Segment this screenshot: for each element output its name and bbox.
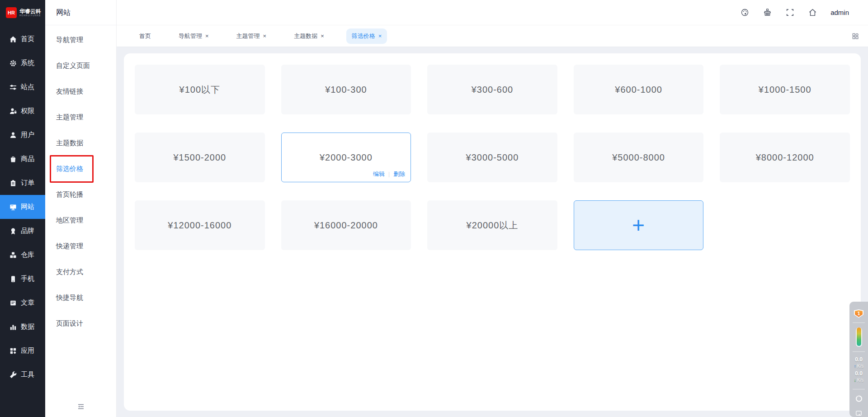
theme[interactable]	[741, 8, 749, 17]
secondary-sidebar-title: 网站	[45, 0, 116, 25]
primary-nav-item[interactable]: 用户	[0, 123, 45, 147]
secondary-nav-item[interactable]: 页面设计	[45, 311, 116, 336]
user-menu[interactable]: admin	[830, 9, 849, 16]
thermometer-gauge	[856, 327, 862, 347]
price-card-label: ¥100-300	[325, 85, 367, 95]
price-card[interactable]: ¥1000-1500 编辑 | 删除	[720, 65, 850, 114]
price-card-label: ¥8000-12000	[756, 152, 814, 163]
primary-nav-item[interactable]: 订单	[0, 171, 45, 195]
tab[interactable]: 筛选价格 ×	[346, 28, 387, 44]
tab-close-icon[interactable]: ×	[321, 33, 324, 39]
primary-nav-item[interactable]: 数据	[0, 315, 45, 339]
price-card[interactable]: ¥2000-3000 编辑 | 删除	[281, 133, 411, 182]
tabbar: 首页 × 导航管理 × 主题管理 × 主题数据 × 筛选价格 ×	[117, 25, 868, 47]
primary-nav-icon	[9, 156, 17, 163]
price-card[interactable]: ¥100以下 编辑 | 删除	[135, 65, 265, 114]
price-card[interactable]: ¥1500-2000 编辑 | 删除	[135, 133, 265, 182]
accelerator-ball-icon[interactable]	[854, 395, 864, 403]
add-price-card[interactable]: + 编辑 | 删除	[574, 200, 704, 250]
secondary-nav-label: 首页轮播	[56, 190, 83, 199]
price-card[interactable]: ¥12000-16000 编辑 | 删除	[135, 200, 265, 250]
brand-subtitle: HUARUIYUNKE	[19, 14, 41, 17]
primary-nav-label: 文章	[21, 299, 34, 307]
secondary-nav-item[interactable]: 友情链接	[45, 79, 116, 104]
secondary-nav-item[interactable]: 快递管理	[45, 233, 116, 259]
primary-nav-item[interactable]: 品牌	[0, 219, 45, 243]
arrow-down-icon: ↓	[854, 377, 856, 383]
secondary-nav-label: 筛选价格	[56, 165, 83, 173]
secondary-nav-item[interactable]: 首页轮播	[45, 182, 116, 208]
price-card-label: ¥2000-3000	[320, 152, 373, 163]
price-card[interactable]: ¥20000以上 编辑 | 删除	[427, 200, 557, 250]
secondary-nav-label: 快递管理	[56, 242, 83, 251]
primary-nav-label: 工具	[21, 370, 34, 379]
primary-nav-label: 手机	[21, 275, 34, 283]
tab[interactable]: 主题数据 ×	[288, 28, 330, 44]
primary-nav-label: 首页	[21, 35, 34, 43]
screenshot-icon[interactable]	[854, 410, 863, 417]
primary-nav-item[interactable]: 商品	[0, 147, 45, 171]
primary-nav-item[interactable]: 仓库	[0, 243, 45, 267]
price-card[interactable]: ¥5000-8000 编辑 | 删除	[574, 133, 704, 182]
secondary-nav-item[interactable]: 主题管理	[45, 104, 116, 130]
price-card[interactable]: ¥8000-12000 编辑 | 删除	[720, 133, 850, 182]
grid-icon	[852, 33, 859, 40]
tab-close-icon[interactable]: ×	[205, 33, 209, 39]
primary-nav-label: 订单	[21, 179, 34, 187]
primary-nav-item[interactable]: 权限	[0, 99, 45, 123]
primary-nav-icon	[9, 323, 17, 331]
topbar: admin	[117, 0, 868, 25]
price-card[interactable]: ¥600-1000 编辑 | 删除	[574, 65, 704, 114]
edit-link[interactable]: 编辑	[373, 170, 385, 178]
tab[interactable]: 主题管理 ×	[231, 28, 272, 44]
clear-cache[interactable]	[763, 8, 772, 17]
price-card[interactable]: ¥300-600 编辑 | 删除	[427, 65, 557, 114]
home[interactable]	[808, 8, 817, 17]
tab-label: 筛选价格	[352, 32, 375, 40]
primary-nav-item[interactable]: 文章	[0, 291, 45, 315]
secondary-nav-item[interactable]: 地区管理	[45, 208, 116, 233]
sidebar-collapse-button[interactable]	[45, 403, 116, 411]
primary-nav-icon	[9, 36, 17, 43]
tab[interactable]: 导航管理 ×	[173, 28, 214, 44]
primary-nav-item[interactable]: 系统	[0, 51, 45, 75]
primary-nav-item[interactable]: 应用	[0, 339, 45, 363]
secondary-nav-item[interactable]: 自定义页面	[45, 53, 116, 79]
arrow-up-icon: ↑	[854, 363, 856, 369]
secondary-nav-item[interactable]: 导航管理	[45, 27, 116, 53]
primary-sidebar: HR 华睿云科 HUARUIYUNKE 首页 系统 站点 权限	[0, 0, 45, 417]
tab-label: 导航管理	[179, 32, 202, 40]
primary-nav-item[interactable]: 手机	[0, 267, 45, 291]
brand-name: 华睿云科	[19, 9, 41, 14]
price-card-label: ¥5000-8000	[612, 152, 665, 163]
primary-nav-label: 系统	[21, 59, 34, 67]
security-shield-badge[interactable]: 1	[854, 309, 863, 318]
fullscreen[interactable]	[786, 8, 794, 17]
price-card-label: ¥12000-16000	[168, 220, 231, 231]
network-monitor-widget[interactable]: 1 0.0 ↑ K/s 0.0 ↓ K/s	[849, 302, 868, 417]
delete-link[interactable]: 删除	[393, 170, 405, 178]
tab-close-icon[interactable]: ×	[263, 33, 267, 39]
primary-nav-item[interactable]: 工具	[0, 363, 45, 387]
primary-nav-item[interactable]: 站点	[0, 75, 45, 99]
primary-nav-label: 权限	[21, 107, 34, 115]
tab-close-icon[interactable]: ×	[378, 33, 382, 39]
price-card[interactable]: ¥100-300 编辑 | 删除	[281, 65, 411, 114]
tab[interactable]: 首页 ×	[134, 28, 156, 44]
primary-nav-icon	[9, 108, 17, 115]
primary-nav-icon	[9, 204, 17, 211]
price-card[interactable]: ¥16000-20000 编辑 | 删除	[281, 200, 411, 250]
secondary-nav-item[interactable]: 快捷导航	[45, 285, 116, 311]
secondary-nav-item[interactable]: 筛选价格	[45, 156, 116, 182]
primary-nav-label: 应用	[21, 346, 34, 355]
widget-divider	[853, 351, 865, 352]
secondary-nav-item[interactable]: 支付方式	[45, 259, 116, 285]
secondary-nav-item[interactable]: 主题数据	[45, 130, 116, 156]
price-card[interactable]: ¥3000-5000 编辑 | 删除	[427, 133, 557, 182]
primary-nav-item[interactable]: 网站	[0, 195, 45, 219]
tab-options-button[interactable]	[852, 25, 859, 47]
main-content: ¥100以下 编辑 | 删除 ¥100-300 编辑 | 删除	[117, 47, 868, 417]
upload-speed-value: 0.0	[855, 356, 863, 363]
tab-label: 主题管理	[236, 32, 260, 40]
primary-nav-item[interactable]: 首页	[0, 27, 45, 51]
